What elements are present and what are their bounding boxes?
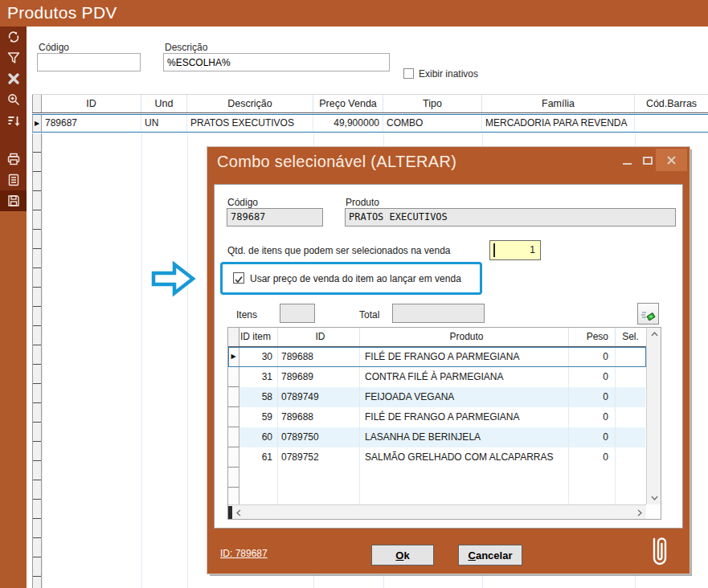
- cell[interactable]: 0789752: [278, 447, 360, 468]
- cell[interactable]: [616, 387, 645, 407]
- text-caret: [493, 243, 495, 257]
- column-header-familia[interactable]: Família: [482, 95, 635, 112]
- column-header-preco-venda[interactable]: Preço Venda: [313, 95, 383, 112]
- close-icon[interactable]: [656, 149, 687, 171]
- print-icon[interactable]: [0, 149, 27, 169]
- sidebar-lower-panel: [0, 211, 27, 588]
- cell[interactable]: 0: [569, 347, 616, 367]
- table-row[interactable]: 31789689CONTRA FILÉ À PARMEGIANA0: [228, 367, 646, 387]
- cell[interactable]: [616, 447, 645, 468]
- cell[interactable]: 789687: [42, 115, 141, 132]
- cell[interactable]: [616, 347, 645, 367]
- cell[interactable]: SALMÃO GRELHADO COM ALCAPARRAS: [360, 447, 569, 468]
- cell[interactable]: COMBO: [383, 115, 482, 132]
- empty-cell: [278, 468, 360, 488]
- report-icon[interactable]: [0, 169, 27, 190]
- cell[interactable]: [616, 367, 645, 387]
- column-header-descricao[interactable]: Descrição: [187, 95, 313, 112]
- cell[interactable]: FILÉ DE FRANGO A PARMEGIANA: [360, 407, 569, 427]
- table-row[interactable]: ▶30789688FILÉ DE FRANGO A PARMEGIANA0: [228, 347, 646, 367]
- cell[interactable]: 60: [239, 427, 278, 447]
- cancel-button[interactable]: Cancelar: [458, 545, 522, 566]
- cell[interactable]: 49,900000: [313, 115, 383, 132]
- row-selector[interactable]: [228, 427, 239, 447]
- scroll-up-icon[interactable]: [648, 328, 661, 341]
- cell[interactable]: 0: [569, 447, 616, 468]
- maximize-icon[interactable]: [643, 157, 653, 165]
- record-id-link[interactable]: ID: 789687: [220, 548, 268, 559]
- qtd-input[interactable]: 1: [489, 240, 541, 260]
- minimize-icon[interactable]: [623, 163, 632, 165]
- cell[interactable]: PRATOS EXECUTIVOS: [187, 115, 313, 132]
- clear-filter-icon[interactable]: [0, 68, 27, 89]
- scroll-down-icon[interactable]: [648, 492, 661, 504]
- horizontal-scrollbar[interactable]: [228, 504, 646, 519]
- cell[interactable]: 789688: [278, 347, 360, 367]
- scroll-left-icon[interactable]: [232, 506, 245, 519]
- cell[interactable]: 61: [239, 447, 278, 468]
- column-header-produto[interactable]: Produto: [360, 328, 569, 346]
- row-selector[interactable]: [228, 387, 239, 407]
- column-header-und[interactable]: Und: [141, 95, 187, 112]
- dlg-produto-label: Produto: [346, 197, 379, 208]
- cell[interactable]: MERCADORIA PARA REVENDA: [482, 115, 635, 132]
- cell[interactable]: CONTRA FILÉ À PARMEGIANA: [360, 367, 569, 387]
- cell[interactable]: 30: [239, 347, 278, 367]
- table-row[interactable]: 600789750LASANHA DE BERINJELA0: [228, 427, 646, 447]
- cell[interactable]: [616, 407, 645, 427]
- column-header-id[interactable]: ID: [42, 95, 141, 112]
- column-header-peso[interactable]: Peso: [569, 328, 616, 346]
- exibir-inativos-checkbox[interactable]: [403, 68, 414, 79]
- refresh-icon[interactable]: [0, 27, 27, 47]
- row-selector[interactable]: [228, 367, 239, 387]
- dlg-produto-field: PRATOS EXECUTIVOS: [345, 208, 676, 227]
- descricao-filter-label: Descrição: [165, 42, 207, 53]
- row-selector[interactable]: [228, 447, 239, 468]
- cell[interactable]: 789688: [278, 407, 360, 427]
- row-selector: [228, 488, 239, 504]
- table-row[interactable]: 610789752SALMÃO GRELHADO COM ALCAPARRAS0: [228, 447, 646, 468]
- column-header-cod-barras[interactable]: Cód.Barras: [635, 95, 708, 112]
- cell[interactable]: LASANHA DE BERINJELA: [360, 427, 569, 447]
- table-row[interactable]: 59789688FILÉ DE FRANGO A PARMEGIANA0: [228, 407, 646, 427]
- column-header-id[interactable]: ID: [278, 328, 360, 346]
- sort-icon[interactable]: [0, 110, 27, 131]
- cell[interactable]: UN: [141, 115, 187, 132]
- vertical-scrollbar[interactable]: [646, 328, 661, 504]
- cell[interactable]: [616, 427, 645, 447]
- codigo-filter-input[interactable]: [37, 53, 141, 71]
- empty-row: [228, 468, 646, 488]
- column-header-id-item[interactable]: ID item: [239, 328, 278, 346]
- cell[interactable]: 58: [239, 387, 278, 407]
- cell[interactable]: 0: [569, 387, 616, 407]
- usar-preco-checkbox[interactable]: [233, 272, 244, 284]
- column-header-sel[interactable]: Sel.: [616, 328, 645, 346]
- cell[interactable]: 0: [569, 367, 616, 387]
- filter-icon[interactable]: [0, 47, 27, 68]
- zoom-icon[interactable]: [0, 89, 27, 110]
- ok-button[interactable]: Ok: [371, 545, 434, 566]
- cell[interactable]: 0: [569, 427, 616, 447]
- scroll-right-icon[interactable]: [633, 506, 646, 519]
- empty-cell: [360, 488, 569, 504]
- cell[interactable]: 789689: [278, 367, 360, 387]
- paperclip-icon[interactable]: [648, 533, 669, 574]
- recalculate-button[interactable]: [637, 303, 659, 325]
- cell[interactable]: 0789750: [278, 427, 360, 447]
- cell[interactable]: FILÉ DE FRANGO A PARMEGIANA: [360, 347, 569, 367]
- table-row[interactable]: ▶789687UNPRATOS EXECUTIVOS49,900000COMBO…: [32, 114, 708, 133]
- row-selector[interactable]: [228, 407, 239, 427]
- cell[interactable]: [635, 115, 708, 132]
- row-selector[interactable]: ▶: [228, 347, 239, 367]
- row-selector[interactable]: ▶: [32, 115, 42, 132]
- cell[interactable]: 59: [239, 407, 278, 427]
- cell[interactable]: FEIJOADA VEGANA: [360, 387, 569, 407]
- table-row[interactable]: 580789749FEIJOADA VEGANA0: [228, 387, 646, 407]
- total-field: [392, 304, 485, 323]
- save-icon[interactable]: [0, 190, 27, 211]
- descricao-filter-input[interactable]: [163, 53, 390, 71]
- cell[interactable]: 31: [239, 367, 278, 387]
- cell[interactable]: 0789749: [278, 387, 360, 407]
- cell[interactable]: 0: [569, 407, 616, 427]
- column-header-tipo[interactable]: Tipo: [383, 95, 482, 112]
